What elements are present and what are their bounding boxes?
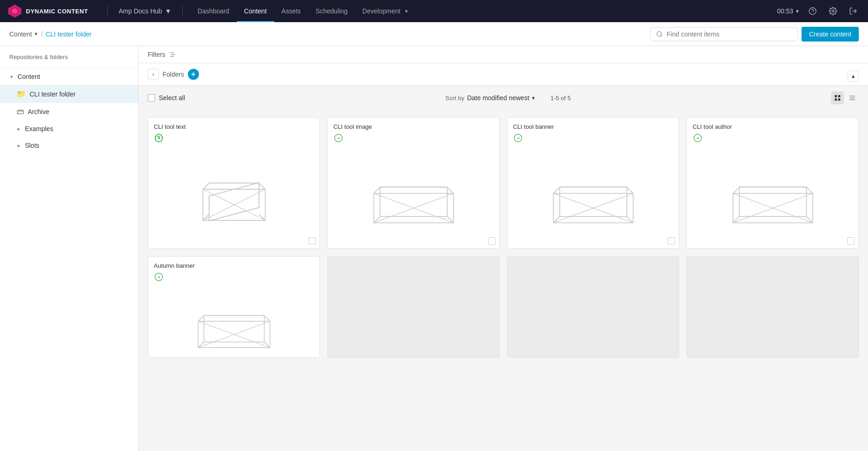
sidebar-item-examples[interactable]: ► Examples [0,120,138,137]
card-title-2: CLI tool banner [513,123,673,130]
svg-rect-13 [838,95,840,97]
hub-name: Amp Docs Hub [119,7,162,15]
svg-point-5 [832,10,834,12]
content-card-0[interactable]: CLI tool text [148,117,320,249]
search-box[interactable] [650,27,798,41]
content-card-1[interactable]: CLI tool image [327,117,500,249]
sidebar-content-label: Content [18,73,129,80]
nav-development-icon: ▼ [404,9,409,14]
sidebar-item-cli-tester-folder[interactable]: 📁 CLI tester folder [0,85,138,103]
svg-rect-15 [838,98,840,101]
sidebar-item-archive[interactable]: 🗃 Archive [0,103,138,120]
items-toolbar: Select all Sort by Date modified newest … [139,86,868,110]
card-status-3 [693,133,853,143]
sidebar-header: Repositories & folders [0,46,138,68]
hub-selector[interactable]: Amp Docs Hub ▼ [115,6,175,17]
create-content-button[interactable]: Create content [802,27,859,42]
card-thumbnail-0 [148,147,319,248]
nav-dashboard[interactable]: Dashboard [190,0,237,22]
content-card-3[interactable]: CLI tool author [687,117,859,249]
sidebar-archive-label: Archive [28,108,129,115]
placeholder-svg-1 [368,168,460,228]
add-folder-button[interactable]: + [188,69,199,80]
breadcrumb-separator: / [41,30,43,38]
list-view-button[interactable] [846,91,859,104]
placeholder-svg-0 [193,170,276,225]
timer-dropdown-icon: ▼ [795,9,800,14]
filter-icon[interactable] [169,51,176,58]
help-button[interactable] [805,4,820,18]
svg-rect-20 [209,183,259,221]
collapse-button[interactable]: ‹ [148,69,159,80]
timer-value: 00:53 [777,7,793,15]
items-grid-row1: CLI tool text [139,110,868,256]
card-checkbox-2[interactable] [668,237,675,245]
svg-line-76 [198,316,204,321]
nav-assets[interactable]: Assets [274,0,308,22]
svg-line-38 [447,187,453,193]
svg-line-77 [264,316,270,321]
svg-point-61 [694,134,702,142]
sort-select-button[interactable]: Date modified newest ▼ [467,94,536,102]
sort-dropdown-icon: ▼ [531,96,536,101]
placeholder-svg-3 [727,168,819,228]
svg-line-63 [733,187,739,193]
nav-development[interactable]: Development ▼ [355,0,416,22]
card-checkbox-1[interactable] [488,237,495,245]
breadcrumb-current[interactable]: CLI tester folder [46,30,92,38]
sidebar-item-content[interactable]: ▼ Content [0,68,138,85]
folders-row: ‹ Folders + ▲ [139,63,868,86]
nav-development-label: Development [362,7,401,15]
svg-point-35 [335,134,343,142]
grid-view-button[interactable] [831,91,844,104]
logo-area: DYNAMIC CONTENT [7,4,100,18]
app-name: DYNAMIC CONTENT [26,8,88,15]
view-toggle [831,91,859,104]
breadcrumb-content[interactable]: Content ▼ [9,30,38,38]
items-grid-row2: Autumn banner [139,256,868,365]
top-navigation: DYNAMIC CONTENT Amp Docs Hub ▼ Dashboard… [0,0,868,22]
empty-cell-2 [507,256,679,358]
svg-rect-45 [380,187,447,216]
card-thumbnail-2 [507,147,679,248]
pagination-info: 1-5 of 5 [550,95,571,102]
nav-divider-2 [182,6,183,17]
sidebar-item-slots[interactable]: ► Slots [0,137,138,154]
logout-button[interactable] [846,4,861,18]
svg-point-48 [514,134,522,142]
settings-button[interactable] [826,4,840,18]
published-icon-2 [513,133,523,143]
card-thumbnail-1 [328,147,499,248]
select-all-label[interactable]: Select all [159,94,185,102]
hub-dropdown-icon: ▼ [165,7,171,15]
search-input[interactable] [667,30,792,38]
sidebar-examples-label: Examples [25,125,129,132]
slots-chevron-icon: ► [17,143,21,148]
nav-scheduling[interactable]: Scheduling [308,0,355,22]
content-card-2[interactable]: CLI tool banner [507,117,679,249]
app-logo [7,4,22,18]
published-icon-0 [154,133,164,143]
nav-content[interactable]: Content [237,0,274,22]
scroll-up-button[interactable]: ▲ [848,71,859,82]
card-status-1 [333,133,494,143]
svg-line-37 [374,187,380,193]
select-all-area: Select all [148,94,185,102]
empty-cell-3 [687,256,859,358]
card-title-0: CLI tool text [154,123,314,130]
card-thumbnail-3 [687,147,858,248]
card-status-0 [154,133,314,143]
sub-header: Content ▼ / CLI tester folder Create con… [0,22,868,46]
select-all-checkbox[interactable] [148,94,155,102]
filters-label: Filters [148,51,165,58]
content-card-4[interactable]: Autumn banner [148,256,320,358]
card-checkbox-0[interactable] [308,237,316,245]
card-title-3: CLI tool author [693,123,853,130]
svg-rect-14 [835,98,837,101]
examples-chevron-icon: ► [17,126,21,132]
svg-line-32 [259,214,265,221]
card-thumbnail-4 [148,286,319,358]
svg-point-74 [155,273,163,281]
card-checkbox-3[interactable] [847,237,855,245]
grid-view-icon [834,94,841,102]
